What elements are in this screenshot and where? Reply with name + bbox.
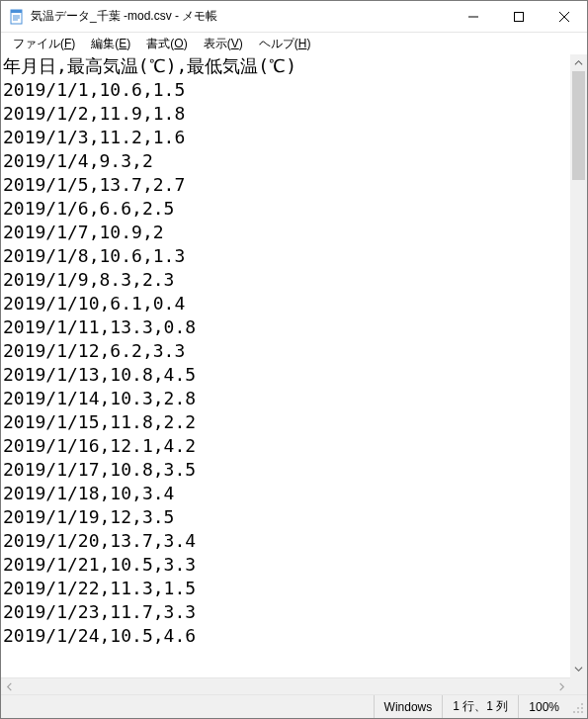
titlebar[interactable]: 気温データ_千葉 -mod.csv - メモ帳 — [1, 1, 587, 33]
window-controls — [451, 1, 587, 32]
scroll-track-h[interactable] — [18, 678, 553, 694]
scroll-thumb[interactable] — [572, 71, 585, 180]
notepad-icon — [9, 9, 25, 25]
svg-point-14 — [581, 711, 583, 713]
window-title: 気温データ_千葉 -mod.csv - メモ帳 — [31, 8, 451, 25]
maximize-button[interactable] — [496, 1, 542, 32]
resize-grip-icon[interactable] — [569, 699, 585, 715]
scroll-track[interactable] — [570, 71, 587, 661]
horizontal-scrollbar[interactable] — [1, 677, 570, 694]
menubar: ファイル(F) 編集(E) 書式(O) 表示(V) ヘルプ(H) — [1, 33, 587, 54]
scroll-left-icon[interactable] — [1, 678, 18, 694]
app-window: 気温データ_千葉 -mod.csv - メモ帳 ファイル(F) 編集(E) 書式… — [0, 0, 588, 719]
vertical-scrollbar[interactable] — [570, 54, 587, 677]
minimize-button[interactable] — [451, 1, 496, 32]
svg-point-11 — [581, 707, 583, 709]
close-button[interactable] — [542, 1, 587, 32]
menu-file[interactable]: ファイル(F) — [5, 34, 83, 54]
status-position: 1 行、1 列 — [442, 695, 518, 718]
scroll-corner — [570, 677, 587, 694]
svg-point-10 — [577, 707, 579, 709]
svg-point-13 — [577, 711, 579, 713]
status-zoom: 100% — [518, 695, 569, 718]
scroll-up-icon[interactable] — [570, 54, 587, 71]
svg-point-12 — [573, 711, 575, 713]
scroll-right-icon[interactable] — [553, 678, 570, 694]
menu-help[interactable]: ヘルプ(H) — [251, 34, 319, 54]
status-encoding: Windows — [374, 695, 443, 718]
statusbar: Windows 1 行、1 列 100% — [1, 694, 587, 718]
menu-format[interactable]: 書式(O) — [138, 34, 195, 54]
svg-point-9 — [581, 703, 583, 705]
menu-view[interactable]: 表示(V) — [196, 34, 251, 54]
svg-rect-6 — [515, 12, 524, 21]
menu-edit[interactable]: 編集(E) — [83, 34, 138, 54]
editor-area: 年月日,最高気温(℃),最低気温(℃) 2019/1/1,10.6,1.5 20… — [1, 54, 587, 677]
scroll-down-icon[interactable] — [570, 661, 587, 677]
text-content[interactable]: 年月日,最高気温(℃),最低気温(℃) 2019/1/1,10.6,1.5 20… — [1, 54, 570, 677]
svg-rect-1 — [11, 10, 22, 13]
